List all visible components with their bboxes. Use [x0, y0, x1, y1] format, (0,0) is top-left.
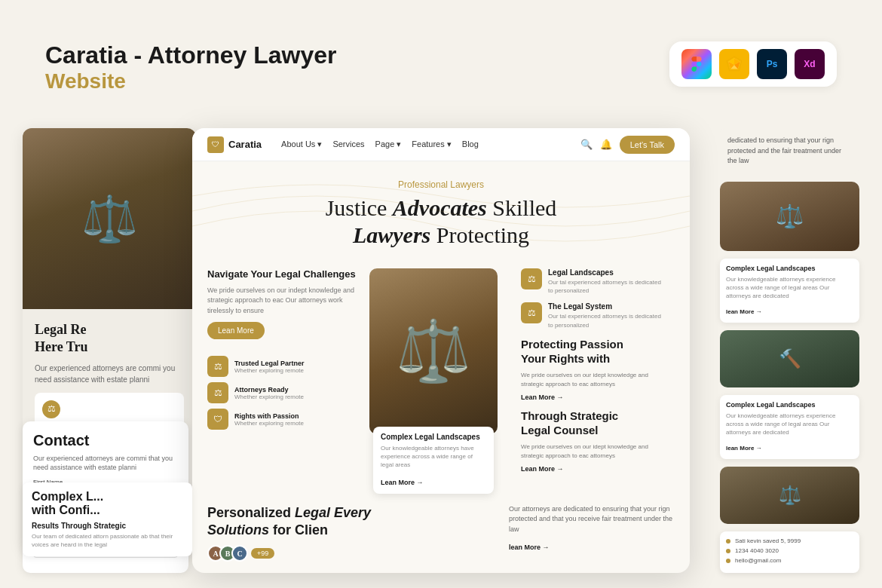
contact-title: Contact: [33, 432, 178, 449]
floating-card-desc: Our knowledgeable attorneys have experie…: [381, 444, 486, 470]
hero-justice: Justice: [326, 195, 393, 220]
avatar-count: +99: [251, 548, 274, 559]
challenge-box: Navigate Your Legal Challenges We pride …: [207, 268, 358, 356]
contact-name-dot: [726, 539, 730, 544]
nav-services[interactable]: Services: [332, 139, 364, 149]
right-image-card-3: ⚖️: [720, 467, 859, 524]
floating-card-title: Complex Legal Landscapes: [381, 433, 486, 441]
counsel-icon: ⚖: [42, 400, 60, 418]
left-card-desc: Our experienced attorneys are commi you …: [35, 363, 184, 385]
right-card-2-link[interactable]: lean More →: [726, 445, 762, 452]
strategic-title: Through StrategicLegal Counsel: [521, 409, 667, 438]
bottom-left-area: Personalized Legal EverySolutions for Cl…: [207, 504, 497, 562]
rights-passion-text: Rights with Passion Whether exploring re…: [234, 412, 304, 427]
bottom-link[interactable]: lean More →: [509, 544, 550, 551]
landscapes-text: Legal Landscapes Our tal experienced att…: [548, 268, 667, 295]
right-card-2-desc: Our knowledgeable attorneys experience a…: [726, 412, 853, 437]
nav-features[interactable]: Features ▾: [412, 139, 451, 149]
avatar-3: C: [231, 545, 248, 562]
nav-page[interactable]: Page ▾: [375, 139, 402, 149]
right-panel-text: dedicated to ensuring that your rign pro…: [720, 128, 859, 174]
lets-talk-button[interactable]: Let's Talk: [620, 136, 675, 154]
sketch-icon[interactable]: [719, 49, 749, 79]
content-right-col: ⚖ Legal Landscapes Our tal experienced a…: [509, 268, 667, 494]
attorneys-ready-icon: ⚖: [207, 382, 228, 403]
figma-icon[interactable]: [681, 49, 712, 79]
rights-passion-desc: Whether exploring remote: [234, 420, 304, 427]
main-title: Caratia - Attorney Lawyer: [45, 41, 336, 69]
statue-emoji-icon: ⚖️: [396, 316, 471, 387]
navbar-nav: About Us ▾ Services Page ▾ Features ▾ Bl…: [281, 139, 479, 149]
hero-lawyers: Lawyers: [353, 222, 430, 247]
trusted-partner-desc: Whether exploring remote: [234, 367, 305, 374]
contact-phone-dot: [726, 549, 730, 553]
results-desc: Our team of dedicated attorn passionate …: [32, 532, 183, 549]
content-center-col: ⚖️ Complex Legal Landscapes Our knowledg…: [358, 268, 509, 494]
right-small-card-2: Complex Legal Landscapes Our knowledgeab…: [720, 395, 859, 460]
complex-bottom-card: Complex L...with Confi... Results Throug…: [23, 482, 192, 556]
legal-system-desc: Our tal experienced attorneys is dedicat…: [548, 312, 667, 329]
attorneys-ready-title: Attorneys Ready: [234, 386, 304, 394]
main-subtitle: Website: [45, 69, 336, 93]
landscapes-desc: Our tal experienced attorneys is dedicat…: [548, 278, 667, 295]
right-card-1-desc: Our knowledgeable attorneys experience a…: [726, 275, 853, 301]
landscapes-icon: ⚖: [521, 268, 542, 289]
nav-blog[interactable]: Blog: [462, 139, 479, 149]
hero-title: Justice Advocates Skilled Lawyers Protec…: [215, 194, 667, 249]
hero-section: Professional Lawyers Justice Advocates S…: [192, 161, 690, 261]
hero-skilled: Skilled: [487, 195, 557, 220]
passion-link[interactable]: Lean More →: [521, 394, 667, 401]
website-navbar: 🛡 Caratia About Us ▾ Services Page ▾ Fea…: [192, 128, 690, 161]
navbar-logo: 🛡 Caratia: [207, 136, 262, 153]
trusted-partner-text: Trusted Legal Partner Whether exploring …: [234, 360, 305, 374]
attorneys-ready-desc: Whether exploring remote: [234, 394, 304, 400]
results-title: Results Through Strategic: [32, 522, 183, 530]
strategic-desc: We pride ourselves on our idept knowledg…: [521, 443, 667, 461]
contact-phone: 1234 4040 3020: [735, 547, 779, 554]
right-card-1-link[interactable]: lean More →: [726, 308, 762, 315]
contact-name: Sati kevin saved 5, 9999: [735, 537, 801, 544]
floating-card-link[interactable]: Lean More →: [381, 479, 424, 486]
avatars-row: A B C +99: [207, 545, 497, 562]
right-image-3: ⚖️: [720, 467, 859, 524]
contact-description: Our experienced attorneys are commi that…: [33, 454, 178, 473]
right-image-2: 🔨: [720, 330, 859, 387]
right-feature-legal-system: ⚖ The Legal System Our tal experienced a…: [521, 302, 667, 329]
bottom-title: Personalized Legal EverySolutions for Cl…: [207, 504, 497, 540]
right-card-1-title: Complex Legal Landscapes: [726, 265, 853, 272]
search-icon[interactable]: 🔍: [580, 139, 593, 151]
bottom-right-area: Our attorneys are dedicated to ensuring …: [509, 504, 675, 553]
right-image-1: ⚖️: [720, 182, 859, 251]
feature-trusted-partner: ⚖ Trusted Legal Partner Whether explorin…: [207, 356, 358, 377]
passion-title: Protecting PassionYour Rights with: [521, 337, 667, 366]
lean-more-button[interactable]: Lean More: [207, 322, 265, 339]
right-small-card-1: Complex Legal Landscapes Our knowledgeab…: [720, 259, 859, 323]
passion-box: Protecting PassionYour Rights with We pr…: [521, 337, 667, 473]
header-title-area: Caratia - Attorney Lawyer Website: [45, 41, 336, 93]
left-card-title: Legal ReHere Tru: [35, 321, 184, 357]
legal-system-icon: ⚖: [521, 302, 542, 323]
complex-card-title: Complex L...with Confi...: [32, 490, 183, 517]
right-panel-description: dedicated to ensuring that your rign pro…: [727, 136, 852, 167]
challenge-title: Navigate Your Legal Challenges: [207, 268, 358, 281]
main-website-card: 🛡 Caratia About Us ▾ Services Page ▾ Fea…: [192, 128, 690, 573]
navbar-actions: 🔍 🔔 Let's Talk: [580, 136, 675, 154]
contact-email: hello@gmail.com: [735, 557, 781, 564]
bottom-section: Personalized Legal EverySolutions for Cl…: [192, 494, 690, 562]
right-image-card-1: ⚖️: [720, 182, 859, 251]
strategic-link[interactable]: Lean More →: [521, 465, 667, 473]
xd-icon[interactable]: Xd: [795, 49, 825, 79]
right-card-2-title: Complex Legal Landscapes: [726, 401, 853, 409]
hero-professional-tag: Professional Lawyers: [215, 179, 667, 190]
hero-advocates: Advocates: [393, 195, 487, 220]
feature-attorneys-ready: ⚖ Attorneys Ready Whether exploring remo…: [207, 382, 358, 403]
bell-icon[interactable]: 🔔: [600, 139, 612, 151]
contact-email-dot: [726, 559, 730, 563]
nav-about[interactable]: About Us ▾: [281, 139, 322, 149]
trusted-partner-icon: ⚖: [207, 356, 228, 377]
left-card-image: ⚖️: [23, 128, 196, 309]
passion-desc: We pride ourselves on our idept knowledg…: [521, 371, 667, 389]
photoshop-icon[interactable]: Ps: [757, 49, 787, 79]
landscapes-title: Legal Landscapes: [548, 268, 667, 277]
logo-text: Caratia: [228, 139, 262, 150]
